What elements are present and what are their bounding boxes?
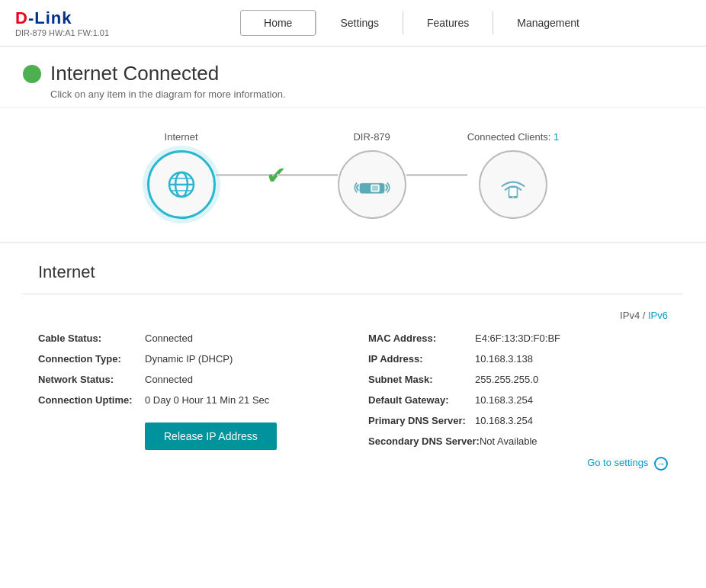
cable-status-row: Cable Status: Connected [38,333,338,344]
ip-address-row: IP Address: 10.168.3.138 [368,353,668,365]
clients-label: Connected Clients: 1 [467,131,560,143]
diagram-internet[interactable]: Internet [147,131,216,219]
default-gateway-value: 10.168.3.254 [475,394,533,406]
internet-label: Internet [165,131,198,143]
subnet-mask-value: 255.255.255.0 [475,374,538,385]
svg-point-10 [512,197,514,198]
primary-dns-row: Primary DNS Server: 10.168.3.254 [368,415,668,426]
mac-address-label: MAC Address: [368,333,475,344]
svg-rect-9 [509,188,516,196]
main-nav: Home Settings Features Management [137,0,706,46]
globe-icon [165,168,198,201]
info-title: Internet [23,251,683,294]
ip-address-label: IP Address: [368,353,475,365]
info-columns: Cable Status: Connected Connection Type:… [38,333,668,471]
network-status-value: Connected [145,374,193,385]
ipv-toggle: IPv4 / IPv6 [38,310,668,321]
connection-type-row: Connection Type: Dynamic IP (DHCP) [38,353,338,365]
logo-area: D-Link DIR-879 HW:A1 FW:1.01 [0,1,137,45]
arrow-right-icon: → [654,457,668,471]
diagram-clients[interactable]: Connected Clients: 1 [467,131,560,219]
info-section: Internet IPv4 / IPv6 Cable Status: Conne… [0,242,706,493]
secondary-dns-row: Secondary DNS Server: Not Available [368,435,668,447]
subnet-mask-row: Subnet Mask: 255.255.255.0 [368,374,668,385]
router-icon [354,171,390,198]
ipv4-label: IPv4 [620,310,640,321]
go-to-settings: Go to settings → [368,456,668,471]
primary-dns-label: Primary DNS Server: [368,415,475,426]
status-dot [23,65,41,83]
line-2 [277,174,338,176]
logo-brand: D-Link [15,8,122,28]
ipv-separator: / [643,310,648,321]
secondary-dns-value: Not Available [480,435,538,447]
cable-status-label: Cable Status: [38,333,145,344]
connector-1: ✔ [216,174,338,176]
header: D-Link DIR-879 HW:A1 FW:1.01 Home Settin… [0,0,706,47]
status-title: Internet Connected [50,62,219,85]
status-bar: Internet Connected Click on any item in … [0,47,706,108]
ipv6-link[interactable]: IPv6 [648,310,668,321]
network-status-row: Network Status: Connected [38,374,338,385]
router-label: DIR-879 [353,131,390,143]
clients-circle[interactable] [479,150,547,219]
nav-features[interactable]: Features [403,10,493,36]
mac-address-row: MAC Address: E4:6F:13:3D:F0:BF [368,333,668,344]
diagram-router[interactable]: DIR-879 [338,131,406,219]
release-ip-button[interactable]: Release IP Address [145,423,277,450]
internet-circle[interactable] [147,150,216,219]
info-col-left: Cable Status: Connected Connection Type:… [38,333,338,471]
status-subtitle: Click on any item in the diagram for mor… [50,88,683,100]
nav-home[interactable]: Home [240,10,316,36]
mac-address-value: E4:6F:13:3D:F0:BF [475,333,560,344]
network-status-label: Network Status: [38,374,145,385]
clients-icon [497,169,529,201]
default-gateway-label: Default Gateway: [368,394,475,406]
connection-uptime-row: Connection Uptime: 0 Day 0 Hour 11 Min 2… [38,394,338,406]
connection-type-label: Connection Type: [38,353,145,365]
connection-uptime-value: 0 Day 0 Hour 11 Min 21 Sec [145,394,269,406]
info-body: IPv4 / IPv6 Cable Status: Connected Conn… [23,294,683,478]
cable-status-value: Connected [145,333,193,344]
release-button-row: Release IP Address [38,415,338,450]
nav-settings[interactable]: Settings [316,10,403,36]
router-circle[interactable] [338,150,406,219]
status-indicator: Internet Connected [23,62,683,85]
svg-rect-7 [372,186,378,191]
logo-model: DIR-879 HW:A1 FW:1.01 [15,28,122,37]
subnet-mask-label: Subnet Mask: [368,374,475,385]
connection-type-value: Dynamic IP (DHCP) [145,353,233,365]
default-gateway-row: Default Gateway: 10.168.3.254 [368,394,668,406]
ip-address-value: 10.168.3.138 [475,353,533,365]
info-col-right: MAC Address: E4:6F:13:3D:F0:BF IP Addres… [368,333,668,471]
nav-management[interactable]: Management [493,10,603,36]
diagram-section: Internet ✔ DIR-879 [0,108,706,242]
connection-uptime-label: Connection Uptime: [38,394,145,406]
secondary-dns-label: Secondary DNS Server: [368,435,480,447]
go-to-settings-link[interactable]: Go to settings → [587,457,668,468]
primary-dns-value: 10.168.3.254 [475,415,533,426]
line-3 [406,174,467,176]
